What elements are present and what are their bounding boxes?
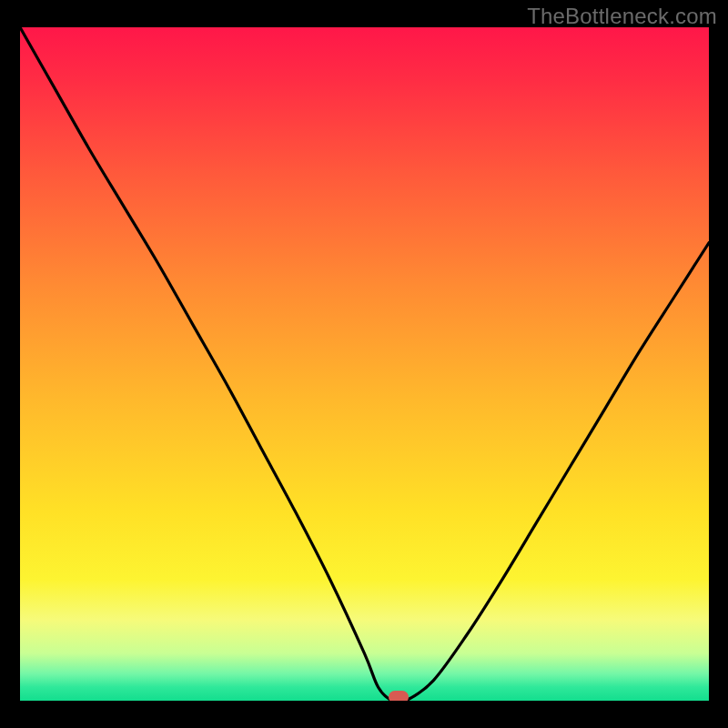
chart-frame: TheBottleneck.com [0,0,728,728]
bottleneck-curve [20,27,709,701]
optimal-marker [389,691,409,701]
curve-layer [20,27,709,701]
plot-area [20,27,709,701]
watermark-text: TheBottleneck.com [527,4,717,29]
